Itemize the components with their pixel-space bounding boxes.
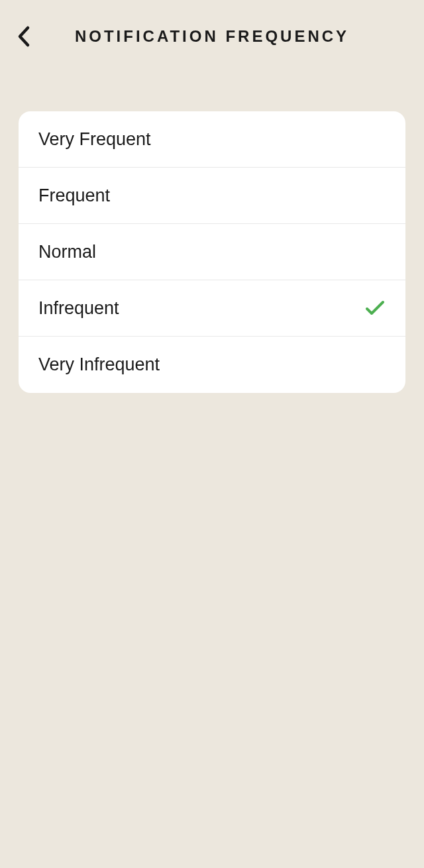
option-label: Normal: [38, 242, 96, 262]
option-frequent[interactable]: Frequent: [19, 168, 405, 224]
option-normal[interactable]: Normal: [19, 224, 405, 280]
option-label: Infrequent: [38, 298, 119, 319]
options-card: Very Frequent Frequent Normal Infrequent: [19, 111, 405, 393]
option-label: Very Infrequent: [38, 354, 160, 375]
chevron-left-icon: [17, 25, 31, 48]
option-very-infrequent[interactable]: Very Infrequent: [19, 337, 405, 393]
option-label: Very Frequent: [38, 129, 151, 150]
check-icon: [364, 298, 386, 319]
option-label: Frequent: [38, 186, 110, 206]
back-button[interactable]: [9, 22, 38, 51]
option-infrequent[interactable]: Infrequent: [19, 280, 405, 337]
header: NOTIFICATION FREQUENCY: [0, 0, 424, 73]
page-title: NOTIFICATION FREQUENCY: [38, 27, 415, 46]
option-very-frequent[interactable]: Very Frequent: [19, 111, 405, 168]
